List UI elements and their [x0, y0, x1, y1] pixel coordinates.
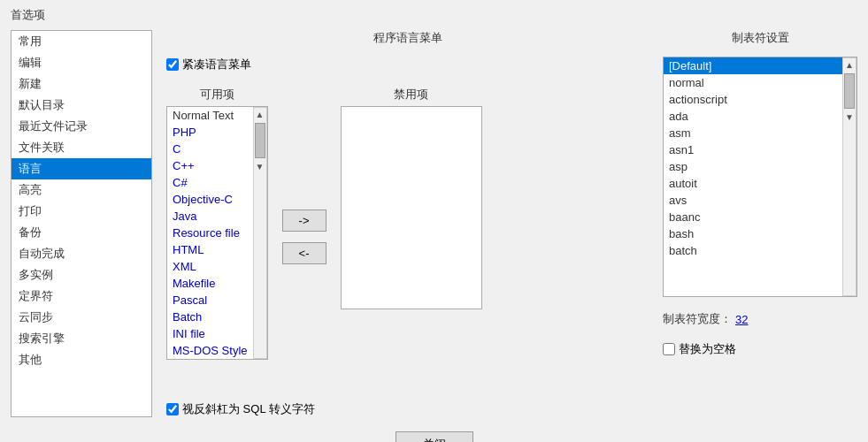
- disabled-title: 禁用项: [341, 87, 482, 103]
- arrows-section: -> <-: [275, 87, 334, 387]
- compact-lang-checkbox[interactable]: [166, 58, 179, 71]
- tab-width-value[interactable]: 32: [735, 313, 748, 326]
- sql-label: 视反斜杠为 SQL 转义字符: [182, 401, 315, 417]
- sidebar-item-文件关联[interactable]: 文件关联: [12, 137, 151, 158]
- sidebar-item-云同步[interactable]: 云同步: [12, 307, 151, 328]
- right-panel: 制表符设置 [Default]normalactionscriptadaasma…: [663, 30, 857, 417]
- sidebar-item-定界符[interactable]: 定界符: [12, 286, 151, 307]
- replace-label: 替换为空格: [679, 341, 736, 357]
- available-item[interactable]: HTML: [167, 241, 253, 258]
- right-list-item[interactable]: asp: [664, 158, 842, 175]
- move-left-button[interactable]: <-: [282, 242, 326, 264]
- right-list-item[interactable]: avs: [664, 192, 842, 209]
- right-list-item[interactable]: baanc: [664, 209, 842, 225]
- right-scroll-down-arrow[interactable]: ▼: [843, 110, 856, 124]
- available-item[interactable]: PHP: [167, 124, 253, 141]
- center-panel: 程序语言菜单 紧凑语言菜单 可用项 Normal TextPHPCC++C#Ob…: [166, 30, 649, 417]
- right-list-item[interactable]: [Default]: [664, 57, 842, 74]
- right-list-item[interactable]: ada: [664, 108, 842, 125]
- available-item[interactable]: MS-DOS Style: [167, 342, 253, 359]
- available-item[interactable]: Makefile: [167, 275, 253, 292]
- available-list-container: Normal TextPHPCC++C#Objective-CJavaResou…: [166, 106, 268, 360]
- compact-lang-row: 紧凑语言菜单: [166, 57, 649, 72]
- move-right-button[interactable]: ->: [282, 210, 326, 232]
- available-item[interactable]: Normal Text: [167, 107, 253, 124]
- disabled-section: 禁用项: [341, 87, 482, 387]
- disabled-list[interactable]: [341, 106, 482, 309]
- right-scroll-thumb[interactable]: [844, 73, 855, 109]
- scroll-down-arrow[interactable]: ▼: [254, 160, 266, 173]
- available-item[interactable]: Objective-C: [167, 191, 253, 208]
- sql-checkbox-label[interactable]: 视反斜杠为 SQL 转义字符: [166, 401, 315, 417]
- available-list[interactable]: Normal TextPHPCC++C#Objective-CJavaResou…: [167, 107, 253, 359]
- sidebar-item-新建[interactable]: 新建: [12, 73, 151, 95]
- right-list[interactable]: [Default]normalactionscriptadaasmasn1asp…: [664, 57, 842, 296]
- sidebar: 常用编辑新建默认目录最近文件记录文件关联语言高亮打印备份自动完成多实例定界符云同…: [11, 30, 152, 417]
- right-list-item[interactable]: bash: [664, 225, 842, 242]
- right-list-item[interactable]: normal: [664, 74, 842, 91]
- sidebar-item-搜索引擎[interactable]: 搜索引擎: [12, 328, 151, 349]
- sidebar-item-自动完成[interactable]: 自动完成: [12, 243, 151, 264]
- available-item[interactable]: Batch: [167, 309, 253, 325]
- window-title: 首选项: [0, 0, 868, 27]
- right-scrollbar[interactable]: ▲ ▼: [842, 57, 856, 296]
- right-scroll-up-arrow[interactable]: ▲: [843, 58, 856, 72]
- available-item[interactable]: C++: [167, 157, 253, 174]
- available-item[interactable]: XML: [167, 258, 253, 275]
- replace-checkbox-label[interactable]: 替换为空格: [663, 341, 736, 357]
- tab-width-row: 制表符宽度： 32: [663, 311, 857, 327]
- lists-area: 可用项 Normal TextPHPCC++C#Objective-CJavaR…: [166, 87, 649, 387]
- right-list-container: [Default]normalactionscriptadaasmasn1asp…: [663, 57, 857, 297]
- right-list-item[interactable]: asn1: [664, 141, 842, 158]
- sidebar-item-备份[interactable]: 备份: [12, 222, 151, 243]
- sql-checkbox[interactable]: [166, 403, 179, 415]
- compact-lang-label: 紧凑语言菜单: [182, 57, 251, 72]
- sidebar-item-默认目录[interactable]: 默认目录: [12, 95, 151, 116]
- sidebar-item-多实例[interactable]: 多实例: [12, 264, 151, 286]
- sidebar-item-常用[interactable]: 常用: [12, 31, 151, 52]
- available-item[interactable]: Pascal: [167, 292, 253, 309]
- main-layout: 常用编辑新建默认目录最近文件记录文件关联语言高亮打印备份自动完成多实例定界符云同…: [0, 27, 868, 424]
- sidebar-item-语言[interactable]: 语言: [12, 158, 151, 179]
- sql-checkbox-row: 视反斜杠为 SQL 转义字符: [166, 401, 649, 417]
- close-row: 关闭: [0, 431, 868, 442]
- sidebar-item-最近文件记录[interactable]: 最近文件记录: [12, 116, 151, 137]
- available-title: 可用项: [166, 87, 268, 103]
- available-item[interactable]: C#: [167, 174, 253, 191]
- right-list-item[interactable]: autoit: [664, 175, 842, 192]
- replace-checkbox-row: 替换为空格: [663, 341, 857, 357]
- available-item[interactable]: C: [167, 141, 253, 157]
- sidebar-item-编辑[interactable]: 编辑: [12, 52, 151, 73]
- available-scrollbar[interactable]: ▲ ▼: [253, 107, 267, 359]
- right-list-item[interactable]: batch: [664, 242, 842, 259]
- sidebar-item-打印[interactable]: 打印: [12, 201, 151, 222]
- scroll-up-arrow[interactable]: ▲: [254, 108, 266, 121]
- scroll-thumb[interactable]: [255, 123, 265, 158]
- available-item[interactable]: Resource file: [167, 225, 253, 241]
- sidebar-item-高亮[interactable]: 高亮: [12, 179, 151, 201]
- available-item[interactable]: INI file: [167, 325, 253, 342]
- compact-lang-checkbox-label[interactable]: 紧凑语言菜单: [166, 57, 251, 72]
- right-list-item[interactable]: asm: [664, 125, 842, 141]
- title-bar: 首选项: [0, 0, 868, 27]
- close-button[interactable]: 关闭: [396, 431, 473, 442]
- tab-width-label: 制表符宽度：: [663, 311, 732, 327]
- available-section: 可用项 Normal TextPHPCC++C#Objective-CJavaR…: [166, 87, 268, 387]
- available-item[interactable]: Java: [167, 208, 253, 225]
- right-panel-title: 制表符设置: [663, 30, 857, 46]
- sidebar-item-其他[interactable]: 其他: [12, 349, 151, 370]
- replace-checkbox[interactable]: [663, 343, 675, 355]
- right-list-item[interactable]: actionscript: [664, 91, 842, 108]
- center-panel-title: 程序语言菜单: [166, 30, 649, 46]
